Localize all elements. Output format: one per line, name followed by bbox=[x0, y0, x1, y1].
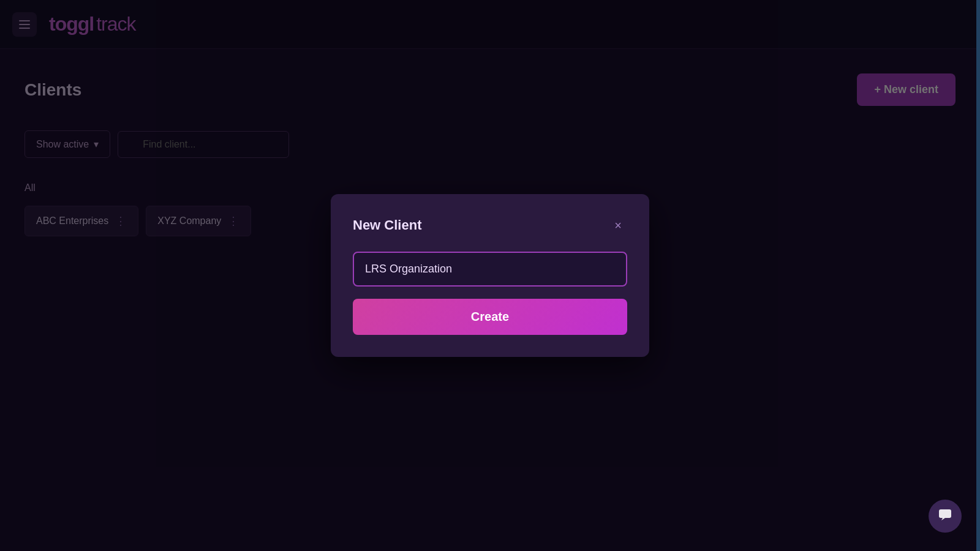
chat-icon bbox=[938, 507, 952, 525]
modal-header: New Client × bbox=[353, 216, 627, 234]
create-client-button[interactable]: Create bbox=[353, 299, 627, 335]
new-client-name-input[interactable] bbox=[353, 252, 627, 287]
new-client-modal: New Client × Create bbox=[331, 194, 649, 357]
modal-title: New Client bbox=[353, 217, 421, 233]
chat-button[interactable] bbox=[929, 500, 962, 533]
modal-close-button[interactable]: × bbox=[609, 216, 627, 234]
svg-rect-2 bbox=[939, 509, 951, 518]
